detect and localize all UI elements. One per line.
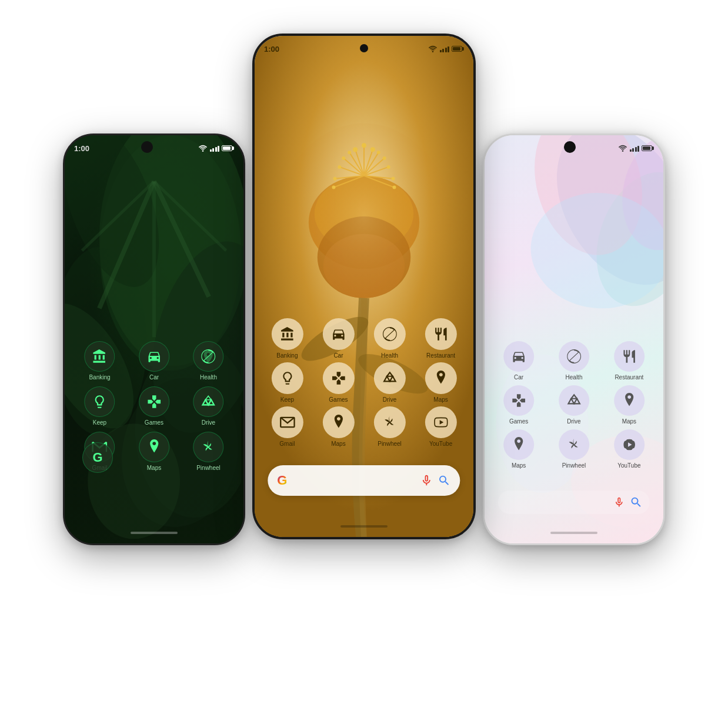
app-label-drive-center: Drive xyxy=(383,396,396,403)
lens-icon-right xyxy=(630,496,643,509)
app-gmail-center[interactable]: Gmail xyxy=(263,406,311,447)
app-maps2-right[interactable]: Maps xyxy=(493,429,544,469)
camera-left xyxy=(141,141,153,153)
app-label-games-center: Games xyxy=(329,396,348,403)
app-label-youtube-center: YouTube xyxy=(429,441,452,447)
svg-marker-64 xyxy=(390,376,396,382)
mic-icon-right xyxy=(613,496,625,508)
app-label-pinwheel-center: Pinwheel xyxy=(378,441,402,447)
app-drive-left[interactable]: Drive xyxy=(184,386,233,426)
home-indicator-center xyxy=(340,525,388,528)
app-label-car-right: Car xyxy=(514,374,523,381)
lens-icon-center[interactable] xyxy=(438,474,451,487)
svg-point-1 xyxy=(65,135,178,299)
svg-point-17 xyxy=(579,158,663,320)
app-pinwheel-left[interactable]: Pinwheel xyxy=(184,432,233,471)
app-label-banking-left: Banking xyxy=(89,374,110,381)
app-health-center[interactable]: Health xyxy=(366,318,413,359)
svg-marker-14 xyxy=(206,396,212,400)
app-restaurant-center[interactable]: Restaurant xyxy=(417,318,465,359)
status-icons-left xyxy=(198,145,235,152)
app-label-games-left: Games xyxy=(145,419,163,426)
svg-line-7 xyxy=(154,181,209,296)
app-youtube-center[interactable]: YouTube xyxy=(417,406,465,447)
phones-container: 1:00 xyxy=(41,16,687,698)
app-label-keep-center: Keep xyxy=(280,396,294,403)
app-maps-left[interactable]: Maps xyxy=(130,432,179,471)
app-label-pinwheel-right: Pinwheel xyxy=(562,462,586,469)
wifi-icon-right xyxy=(618,145,627,152)
app-banking-center[interactable]: Banking xyxy=(263,318,311,359)
app-games-right[interactable]: Games xyxy=(493,385,544,425)
svg-line-6 xyxy=(99,181,154,308)
app-car-left[interactable]: Car xyxy=(130,341,179,381)
app-health-right[interactable]: Health xyxy=(549,341,599,381)
battery-icon-center xyxy=(452,46,464,52)
app-youtube-right[interactable]: YouTube xyxy=(604,429,654,469)
app-games-center[interactable]: Games xyxy=(315,362,362,403)
wifi-icon-center xyxy=(428,45,438,52)
app-maps2-center[interactable]: Maps xyxy=(315,406,362,447)
app-label-banking-center: Banking xyxy=(276,352,298,359)
svg-point-11 xyxy=(202,150,203,152)
svg-marker-24 xyxy=(568,399,574,404)
mic-icon-center[interactable] xyxy=(420,474,433,487)
app-restaurant-right[interactable]: Restaurant xyxy=(604,341,654,381)
app-maps-center[interactable]: Maps xyxy=(417,362,465,403)
svg-point-16 xyxy=(530,135,663,308)
app-label-health-right: Health xyxy=(566,374,583,381)
app-drive-right[interactable]: Drive xyxy=(549,385,599,425)
svg-point-62 xyxy=(432,51,433,52)
app-label-restaurant-right: Restaurant xyxy=(615,374,643,381)
status-bar-left: 1:00 xyxy=(65,135,243,156)
app-label-restaurant-center: Restaurant xyxy=(426,352,455,359)
app-label-keep-left: Keep xyxy=(93,419,106,426)
app-label-youtube-right: YouTube xyxy=(617,462,640,469)
app-label-maps2-right: Maps xyxy=(512,462,526,469)
svg-point-23 xyxy=(622,150,623,152)
signal-icon-left xyxy=(210,145,220,152)
app-drive-center[interactable]: Drive xyxy=(366,362,413,403)
app-label-car-center: Car xyxy=(333,352,343,359)
app-label-maps-center: Maps xyxy=(433,396,448,403)
home-indicator-left xyxy=(131,532,178,534)
app-pinwheel-right[interactable]: Pinwheel xyxy=(549,429,599,469)
battery-icon-right xyxy=(642,145,654,151)
svg-marker-63 xyxy=(384,376,390,382)
app-pinwheel-center[interactable]: Pinwheel xyxy=(366,406,413,447)
app-label-maps-left: Maps xyxy=(147,465,161,471)
phone-left-screen: 1:00 xyxy=(65,135,243,543)
time-center: 1:00 xyxy=(264,45,279,54)
app-maps-right[interactable]: Maps xyxy=(604,385,654,425)
app-banking-left[interactable]: Banking xyxy=(75,341,124,381)
app-label-drive-right: Drive xyxy=(567,418,580,425)
google-logo-center: G xyxy=(277,473,287,488)
app-health-left[interactable]: Health xyxy=(184,341,233,381)
search-bar-right[interactable] xyxy=(498,491,650,514)
app-google-left[interactable]: G xyxy=(82,442,113,473)
app-car-right[interactable]: Car xyxy=(493,341,544,381)
svg-line-10 xyxy=(154,181,226,251)
status-icons-center xyxy=(428,45,465,52)
app-keep-center[interactable]: Keep xyxy=(263,362,311,403)
svg-point-20 xyxy=(526,187,663,314)
svg-line-9 xyxy=(82,181,154,251)
app-label-health-left: Health xyxy=(200,374,217,381)
app-label-maps2-center: Maps xyxy=(331,441,345,447)
svg-marker-26 xyxy=(571,395,577,399)
status-icons-right xyxy=(618,145,654,152)
status-bar-center: 1:00 xyxy=(255,36,473,57)
app-car-center[interactable]: Car xyxy=(315,318,362,359)
app-label-gmail-center: Gmail xyxy=(279,441,295,447)
signal-icon-center xyxy=(440,45,450,52)
signal-icon-right xyxy=(630,145,640,152)
search-bar-center[interactable]: G xyxy=(268,465,460,496)
app-keep-left[interactable]: Keep xyxy=(75,386,124,426)
app-label-pinwheel-left: Pinwheel xyxy=(196,465,221,471)
svg-point-67 xyxy=(389,421,390,423)
app-games-left[interactable]: Games xyxy=(130,386,179,426)
phone-left: 1:00 xyxy=(63,134,245,545)
svg-marker-65 xyxy=(387,372,393,376)
app-label-health-center: Health xyxy=(381,352,398,359)
app-label-car-left: Car xyxy=(149,374,159,381)
